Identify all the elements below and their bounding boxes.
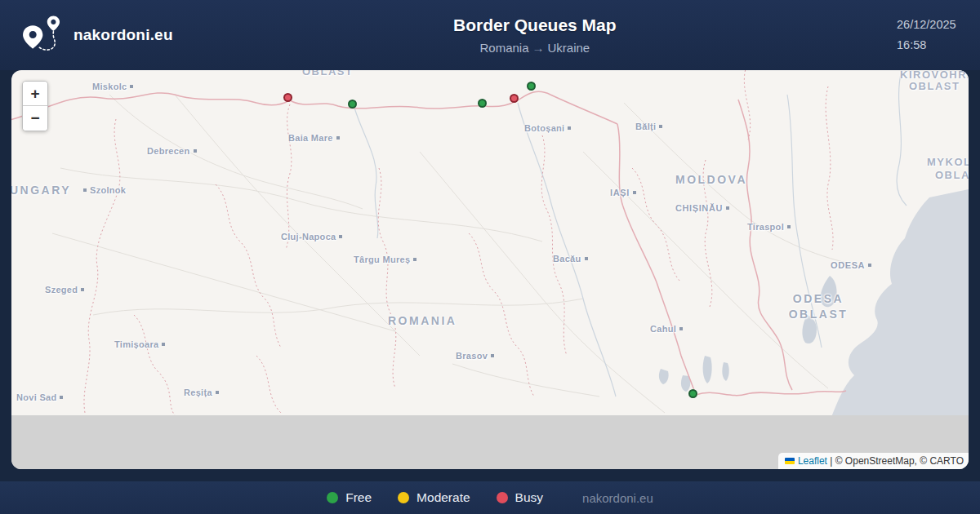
leaflet-link[interactable]: Leaflet	[798, 455, 827, 467]
map-place-label: OBLAST	[302, 70, 353, 78]
legend-dot-icon	[327, 492, 338, 503]
map-marker-free[interactable]	[527, 82, 536, 91]
map-place-label: CHIȘINĂU	[675, 203, 729, 213]
map-place-label: Timișoara	[114, 339, 165, 349]
map-place-label: Tiraspol	[747, 222, 791, 232]
map-place-label: Bacău	[553, 254, 588, 264]
map-marker-busy[interactable]	[283, 93, 292, 102]
map-place-label: ODESA	[793, 292, 844, 305]
map-place-label: Cluj-Napoca	[281, 232, 342, 241]
attribution-text: | © OpenStreetMap, © CARTO	[827, 455, 964, 467]
route-subtitle: Romania→Ukraine	[173, 41, 897, 55]
map-place-label: ODESA	[831, 260, 871, 270]
map-place-label: OBLAST	[789, 308, 849, 321]
map-attribution: Leaflet | © OpenStreetMap, © CARTO	[778, 453, 969, 469]
current-date: 26/12/2025	[897, 15, 960, 35]
legend-item-free: Free	[327, 490, 372, 505]
legend-dot-icon	[398, 492, 409, 503]
map-place-label: Reșița	[184, 388, 219, 397]
map-zoom-control: + −	[22, 81, 48, 131]
route-from: Romania	[479, 41, 528, 55]
map-place-label: MOLDOVA	[675, 173, 747, 186]
route-to: Ukraine	[548, 41, 590, 55]
footer-legend: FreeModerateBusy nakordoni.eu	[0, 481, 980, 514]
map-place-label: MYKOLAIV	[927, 156, 969, 168]
legend-dot-icon	[497, 492, 508, 503]
legend-label: Busy	[515, 490, 543, 505]
map-place-label: Baia Mare	[288, 133, 340, 143]
header: nakordoni.eu Border Queues Map Romania→U…	[0, 0, 980, 70]
map-place-label: Cahul	[650, 324, 683, 334]
datetime: 26/12/2025 16:58	[897, 15, 960, 56]
legend-items: FreeModerateBusy	[327, 490, 543, 505]
map-place-label: Brasov	[456, 351, 494, 361]
map-place-label: Debrecen	[147, 146, 197, 156]
map-place-label: OBLAST	[935, 169, 969, 181]
map-marker-free[interactable]	[688, 389, 697, 398]
legend-label: Free	[345, 490, 372, 505]
map-place-label: OBLAST	[909, 80, 960, 92]
brand-name: nakordoni.eu	[74, 26, 173, 44]
map-canvas[interactable]: OBLASTKIROVOHRADOBLASTMYKOLAIVOBLASTMisk…	[11, 70, 969, 469]
map-place-label: Miskolc	[92, 82, 133, 91]
map-place-label: UNGARY	[11, 184, 71, 197]
map-place-label: Szolnok	[83, 185, 126, 195]
brand-logo-pins-icon	[20, 15, 64, 55]
map-marker-free[interactable]	[478, 99, 487, 108]
ukraine-flag-icon	[785, 458, 795, 464]
legend-item-busy: Busy	[497, 490, 543, 505]
map-place-label: Târgu Mureș	[354, 255, 416, 264]
footer-brand: nakordoni.eu	[582, 491, 653, 505]
map-marker-busy[interactable]	[510, 94, 519, 103]
map-place-label: Novi Sad	[16, 392, 63, 402]
header-center: Border Queues Map Romania→Ukraine	[173, 16, 897, 55]
zoom-out-button[interactable]: −	[23, 106, 47, 131]
map-place-label: IAȘI	[610, 188, 636, 197]
brand[interactable]: nakordoni.eu	[20, 15, 173, 55]
map-place-label: Bălți	[635, 122, 662, 131]
zoom-in-button[interactable]: +	[23, 82, 47, 106]
map-tiles-artwork	[11, 70, 969, 469]
map-place-label: ROMANIA	[388, 314, 457, 327]
map-marker-free[interactable]	[348, 100, 357, 109]
map-place-label: Botoșani	[524, 123, 571, 133]
legend-item-moderate: Moderate	[398, 490, 470, 505]
legend-label: Moderate	[416, 490, 470, 505]
page-title: Border Queues Map	[173, 16, 897, 35]
current-time: 16:58	[897, 35, 960, 55]
map-place-label: Szeged	[45, 285, 84, 295]
route-arrow-icon: →	[529, 41, 548, 55]
